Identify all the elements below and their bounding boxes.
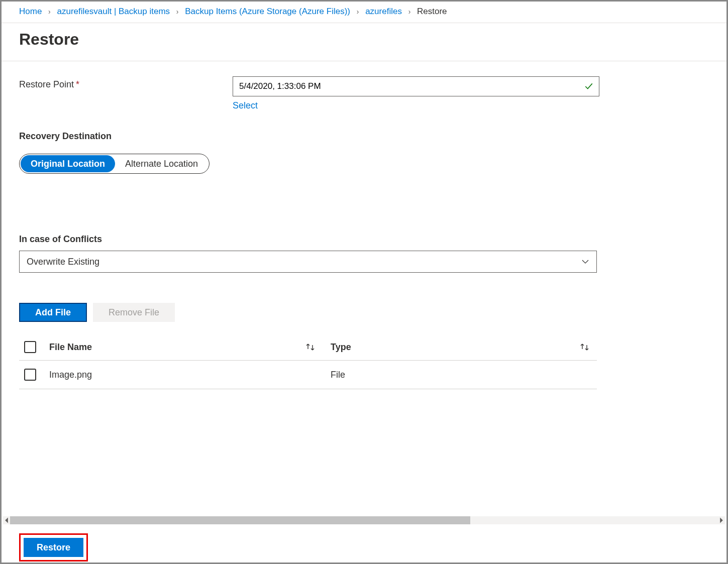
check-icon — [584, 82, 593, 91]
restore-point-label: Restore Point* — [19, 76, 233, 111]
conflicts-label: In case of Conflicts — [19, 234, 709, 245]
recovery-destination-toggle: Original Location Alternate Location — [19, 154, 210, 174]
page-title: Restore — [2, 23, 726, 61]
breadcrumb: Home › azurefilesvault | Backup items › … — [2, 2, 726, 23]
breadcrumb-link-vault[interactable]: azurefilesvault | Backup items — [57, 7, 170, 16]
conflicts-value: Overwrite Existing — [27, 257, 99, 267]
required-asterisk: * — [76, 79, 79, 89]
chevron-right-icon: › — [176, 8, 179, 16]
row-checkbox[interactable] — [24, 369, 36, 381]
pill-alternate-location[interactable]: Alternate Location — [115, 155, 208, 172]
add-file-button[interactable]: Add File — [19, 303, 87, 322]
scroll-right-icon[interactable] — [718, 517, 725, 524]
table-row[interactable]: Image.png File — [19, 361, 597, 389]
breadcrumb-current: Restore — [417, 7, 447, 16]
chevron-right-icon: › — [357, 8, 359, 16]
table-header: File Name Type — [19, 336, 597, 361]
remove-file-button: Remove File — [93, 303, 175, 322]
chevron-down-icon — [581, 258, 589, 266]
scrollbar-thumb[interactable] — [10, 516, 470, 524]
chevron-right-icon: › — [408, 8, 411, 16]
file-table: File Name Type Image.png — [19, 336, 597, 389]
breadcrumb-link-home[interactable]: Home — [19, 7, 42, 16]
scroll-left-icon[interactable] — [3, 517, 10, 524]
breadcrumb-link-backup-items[interactable]: Backup Items (Azure Storage (Azure Files… — [185, 7, 350, 16]
cell-file-name: Image.png — [49, 370, 92, 380]
cell-type: File — [331, 370, 345, 380]
select-all-checkbox[interactable] — [24, 341, 36, 353]
sort-icon[interactable] — [580, 343, 590, 351]
pill-original-location[interactable]: Original Location — [21, 155, 115, 172]
horizontal-scrollbar[interactable] — [3, 516, 725, 524]
select-link[interactable]: Select — [233, 100, 258, 111]
header-file-name[interactable]: File Name — [49, 342, 92, 353]
breadcrumb-link-azurefiles[interactable]: azurefiles — [365, 7, 402, 16]
sort-icon[interactable] — [305, 343, 316, 351]
recovery-destination-label: Recovery Destination — [19, 131, 709, 142]
header-type[interactable]: Type — [331, 342, 351, 353]
conflicts-dropdown[interactable]: Overwrite Existing — [19, 251, 597, 273]
highlight-annotation: Restore — [19, 533, 88, 561]
chevron-right-icon: › — [48, 8, 51, 16]
restore-point-input[interactable] — [233, 76, 599, 96]
restore-button[interactable]: Restore — [24, 538, 83, 557]
